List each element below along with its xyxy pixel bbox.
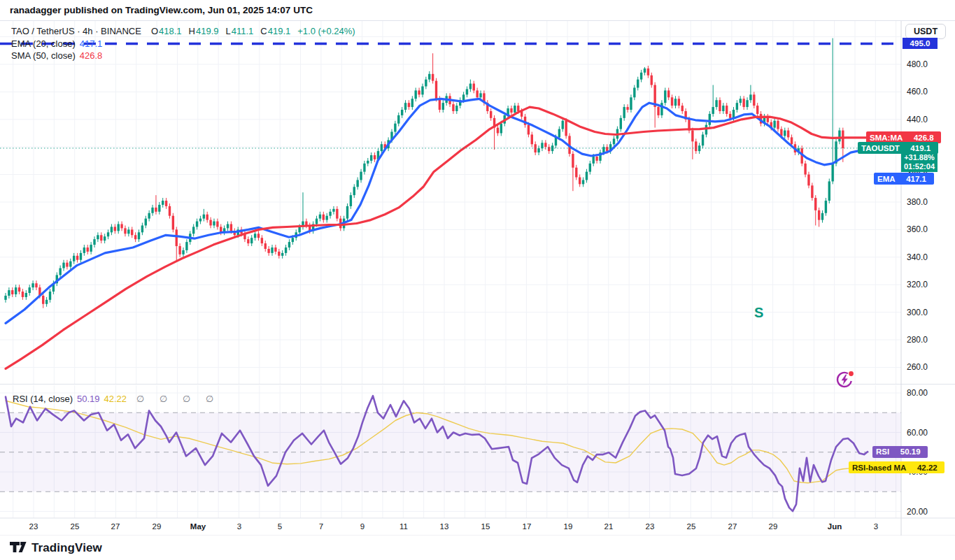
- candle-body: [4, 296, 6, 300]
- candle-body: [586, 172, 588, 180]
- candle-body: [8, 290, 10, 296]
- rsi-chip-tab: RSI: [872, 446, 893, 458]
- ema-legend-row[interactable]: EMA (20, close) 417.1: [11, 38, 102, 49]
- candle-body: [667, 90, 670, 97]
- candle-body: [141, 225, 143, 232]
- candle-body: [374, 155, 376, 159]
- candle-body: [500, 124, 502, 134]
- candle-body: [712, 107, 714, 114]
- time-axis-label: 25: [71, 522, 80, 531]
- candle-body: [613, 138, 615, 144]
- symbol-legend-row[interactable]: TAO / TetherUS · 4h · BINANCE O418.1 H41…: [11, 26, 355, 36]
- candle-body: [647, 69, 649, 76]
- candle-body: [548, 147, 550, 151]
- candle-body: [49, 292, 51, 300]
- candle-body: [514, 106, 516, 113]
- candle-body: [593, 157, 595, 164]
- candle-body: [203, 215, 205, 219]
- candle-body: [777, 121, 779, 129]
- candle-body: [691, 131, 693, 142]
- candle-body: [528, 125, 530, 135]
- candle-body: [428, 74, 430, 80]
- close-value: 419.1: [268, 26, 291, 36]
- time-axis-label: 3: [874, 522, 878, 531]
- sma-legend-row[interactable]: SMA (50, close) 426.8: [11, 50, 102, 61]
- rsi-ma-chip-value: 42.22: [910, 461, 945, 473]
- price-axis-label: 440.0: [907, 115, 928, 124]
- tradingview-wordmark[interactable]: TradingView: [31, 541, 102, 555]
- candle-body: [825, 201, 827, 213]
- time-axis-label: 21: [604, 522, 614, 531]
- candle-body: [466, 89, 468, 94]
- flash-idea-badge[interactable]: [835, 370, 856, 389]
- candle-body: [151, 208, 153, 213]
- candle-body: [517, 106, 519, 111]
- price-axis-label: 360.0: [907, 224, 928, 234]
- candle-body: [62, 263, 64, 268]
- candle-body: [695, 141, 697, 151]
- candle-body: [432, 74, 434, 81]
- ema20-line: [6, 99, 868, 323]
- time-axis-label: 19: [564, 522, 573, 531]
- candle-body: [425, 80, 427, 87]
- candle-body: [589, 164, 591, 172]
- rsi-ma-chip-tab: RSI-based MA: [849, 461, 910, 473]
- chart-canvas[interactable]: 480.0460.0440.0420.0400.0380.0360.0340.0…: [0, 0, 955, 560]
- candle-body: [660, 103, 663, 115]
- rsi-legend-row[interactable]: RSI (14, close) 50.19 42.22 ∅ ∅ ∅ ∅: [13, 394, 220, 404]
- high-value: 419.9: [196, 26, 219, 36]
- candle-body: [216, 222, 218, 227]
- currency-toggle-button[interactable]: USDT: [905, 24, 946, 39]
- footer-bar: TradingView: [0, 536, 955, 560]
- candle-body: [606, 147, 608, 151]
- candle-body: [746, 100, 748, 107]
- candle-body: [715, 100, 717, 107]
- candle-body: [93, 239, 95, 245]
- time-axis-label: 25: [687, 522, 696, 531]
- rsi-ma-value-chip: RSI-based MA 42.22: [849, 461, 945, 473]
- candle-body: [831, 164, 833, 182]
- candle-body: [394, 124, 396, 132]
- candle-body: [257, 234, 260, 238]
- candle-body: [442, 103, 444, 110]
- tradingview-snapshot: 480.0460.0440.0420.0400.0380.0360.0340.0…: [0, 0, 955, 560]
- candle-body: [842, 131, 844, 148]
- sma-indicator-label: SMA (50, close): [11, 50, 76, 61]
- candle-body: [626, 107, 628, 110]
- candle-body: [28, 287, 30, 293]
- candle-body: [818, 210, 820, 220]
- candle-body: [490, 111, 492, 118]
- candle-body: [807, 175, 809, 186]
- candle-body: [15, 287, 17, 294]
- candle-body: [791, 137, 793, 144]
- price-axis-label: 380.0: [907, 197, 928, 207]
- candle-body: [469, 84, 472, 89]
- price-axis-label: 340.0: [907, 252, 928, 262]
- time-axis-label: 3: [237, 522, 241, 531]
- bar-countdown: 01:52:04: [904, 162, 935, 171]
- tradingview-logo-icon[interactable]: [10, 542, 27, 554]
- candle-body: [637, 80, 639, 88]
- candle-body: [336, 209, 338, 219]
- candle-body: [87, 247, 89, 252]
- rsi-axis-label: 80.00: [907, 388, 928, 398]
- time-axis-label: 27: [111, 522, 120, 531]
- symbol-title: TAO / TetherUS · 4h · BINANCE: [11, 26, 141, 36]
- candle-body: [145, 219, 147, 226]
- open-value: 418.1: [159, 26, 182, 36]
- time-axis-label: 17: [523, 522, 532, 531]
- candle-body: [572, 154, 574, 168]
- lightning-icon: [842, 375, 848, 385]
- candle-body: [353, 187, 355, 195]
- time-axis-label: 11: [399, 522, 408, 531]
- price-axis-label: 280.0: [907, 335, 928, 345]
- candle-body: [114, 227, 116, 231]
- time-axis-label: Jun: [828, 522, 842, 531]
- candle-body: [749, 94, 751, 100]
- candle-body: [230, 224, 232, 231]
- candle-body: [678, 99, 680, 106]
- candle-body: [595, 157, 597, 161]
- candle-body: [278, 252, 280, 256]
- candle-body: [165, 201, 167, 206]
- sma-indicator-value: 426.8: [80, 50, 103, 61]
